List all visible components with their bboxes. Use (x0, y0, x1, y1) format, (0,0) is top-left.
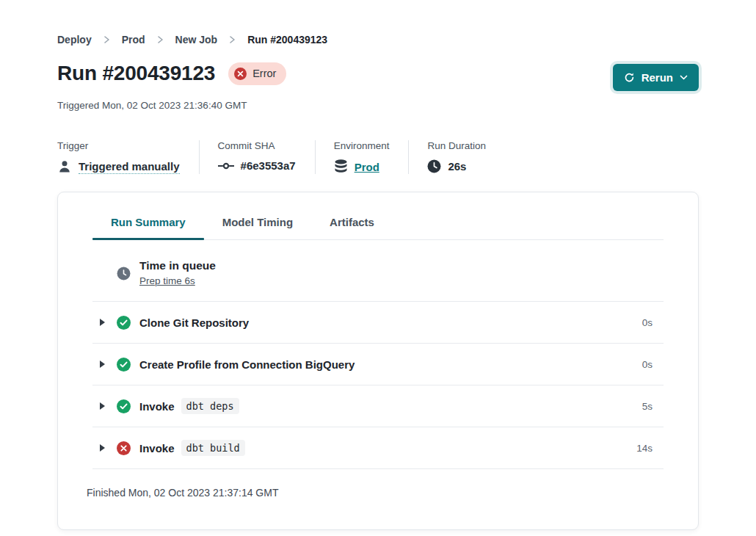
success-check-icon (117, 399, 131, 413)
success-check-icon (117, 358, 131, 372)
error-circle-icon (117, 441, 131, 455)
clock-icon (427, 159, 441, 173)
step-name: Create Profile from Connection BigQuery (139, 358, 355, 371)
meta-duration: Run Duration 26s (408, 140, 505, 174)
prep-time-link[interactable]: Prep time 6s (139, 275, 195, 286)
rerun-button-label: Rerun (641, 71, 673, 84)
breadcrumb: Deploy Prod New Job Run #200439123 (57, 34, 699, 46)
step-command-chip: dbt deps (181, 398, 239, 414)
commit-sha-value: #6e3553a7 (241, 159, 296, 172)
breadcrumb-item[interactable]: Prod (122, 34, 145, 46)
step-duration: 0s (642, 359, 653, 370)
run-meta-row: Trigger Triggered manually Commit SHA (57, 140, 699, 174)
expand-caret-icon[interactable] (99, 402, 106, 410)
page-title: Run #200439123 (57, 62, 215, 85)
step-name: Invoke (139, 400, 175, 413)
meta-environment-label: Environment (334, 140, 390, 151)
run-detail-page: Deploy Prod New Job Run #200439123 Run #… (0, 0, 756, 530)
success-check-icon (117, 316, 131, 330)
environment-link[interactable]: Prod (355, 161, 379, 173)
step-duration: 14s (636, 443, 653, 454)
header: Run #200439123 Error Rerun (57, 62, 699, 91)
run-duration-value: 26s (448, 160, 466, 173)
breadcrumb-item[interactable]: Deploy (57, 34, 92, 46)
time-in-queue-block: Time in queue Prep time 6s (92, 240, 664, 301)
step-name: Invoke (139, 442, 175, 454)
queue-title: Time in queue (139, 259, 216, 272)
run-summary-card: Run Summary Model Timing Artifacts Time … (57, 192, 699, 530)
clock-icon (117, 267, 131, 280)
chevron-down-icon (680, 75, 688, 80)
expand-caret-icon[interactable] (99, 443, 106, 452)
step-duration: 5s (642, 401, 653, 412)
rerun-button[interactable]: Rerun (613, 64, 699, 91)
commit-icon (218, 162, 234, 170)
status-badge-label: Error (252, 68, 276, 79)
meta-environment: Environment Prod (315, 140, 409, 174)
trigger-value[interactable]: Triggered manually (79, 160, 180, 174)
meta-trigger: Trigger Triggered manually (57, 140, 199, 174)
step-command-chip: dbt build (181, 440, 245, 456)
meta-trigger-label: Trigger (57, 140, 180, 151)
step-row[interactable]: Create Profile from Connection BigQuery … (92, 343, 664, 385)
expand-caret-icon[interactable] (99, 318, 106, 327)
step-row[interactable]: Invoke dbt deps 5s (92, 385, 664, 427)
triggered-timestamp: Triggered Mon, 02 Oct 2023 21:36:40 GMT (57, 100, 699, 111)
status-badge: Error (228, 62, 286, 85)
error-circle-icon (234, 68, 247, 80)
breadcrumb-item: Run #200439123 (247, 34, 327, 46)
meta-commit-label: Commit SHA (218, 140, 296, 151)
finished-timestamp: Finished Mon, 02 Oct 2023 21:37:14 GMT (87, 487, 664, 499)
step-name: Clone Git Repository (139, 316, 249, 329)
person-icon (57, 159, 72, 174)
chevron-right-icon (229, 35, 236, 44)
chevron-right-icon (157, 35, 164, 44)
rerun-icon (624, 72, 635, 83)
step-row[interactable]: Clone Git Repository 0s (92, 301, 664, 343)
breadcrumb-item[interactable]: New Job (175, 34, 218, 46)
database-icon (334, 159, 348, 174)
tab[interactable]: Run Summary (92, 216, 204, 239)
expand-caret-icon[interactable] (99, 360, 106, 369)
tab[interactable]: Model Timing (204, 216, 311, 239)
step-list: Clone Git Repository 0s (92, 301, 664, 468)
card-footer: Finished Mon, 02 Oct 2023 21:37:14 GMT (92, 468, 664, 509)
step-row[interactable]: Invoke dbt build 14s (92, 427, 664, 468)
title-group: Run #200439123 Error (57, 62, 286, 85)
meta-duration-label: Run Duration (427, 140, 486, 151)
meta-commit: Commit SHA #6e3553a7 (199, 140, 315, 174)
chevron-right-icon (103, 35, 110, 44)
step-duration: 0s (642, 317, 653, 328)
tab-bar: Run Summary Model Timing Artifacts (92, 192, 664, 240)
tab[interactable]: Artifacts (311, 216, 393, 239)
